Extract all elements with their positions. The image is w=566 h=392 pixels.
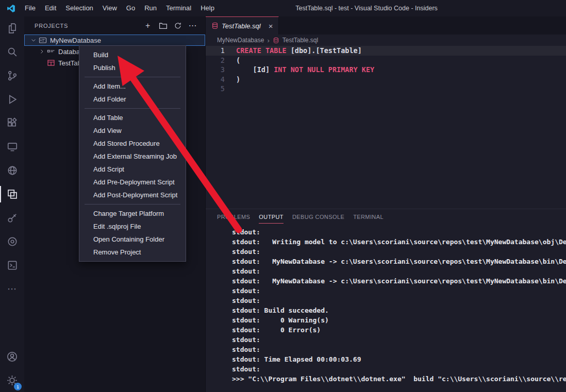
code-text xyxy=(233,84,236,94)
output-line: stdout: xyxy=(232,345,566,354)
code-line[interactable]: 1CREATE TABLE [dbo].[TestTable] xyxy=(206,46,566,56)
output-line: stdout: 0 Error(s) xyxy=(232,325,566,335)
explorer-icon xyxy=(7,23,18,34)
context-menu-item-remove-project[interactable]: Remove Project xyxy=(79,246,186,259)
database-projects-icon xyxy=(7,189,18,200)
tree-item-mynewdatabase[interactable]: MyNewDatabase xyxy=(24,35,205,46)
references-icon xyxy=(47,47,55,56)
table-icon xyxy=(47,59,55,67)
activity-item-server[interactable] xyxy=(0,253,24,277)
context-menu-item-change-target-platform[interactable]: Change Target Platform xyxy=(79,207,186,220)
activity-item-explorer[interactable] xyxy=(0,16,24,40)
context-menu-item-edit-sqlproj-file[interactable]: Edit .sqlproj File xyxy=(79,220,186,233)
breadcrumb[interactable]: MyNewDatabase › TestTable.sql xyxy=(206,35,566,46)
activity-item-settings[interactable]: 1 xyxy=(0,368,24,392)
line-number: 3 xyxy=(206,65,233,75)
activity-item-connections[interactable] xyxy=(0,206,24,230)
context-menu-item-add-post-deployment-script[interactable]: Add Post-Deployment Script xyxy=(79,189,186,201)
output-line: stdout: xyxy=(232,296,566,305)
vscode-logo-icon xyxy=(7,4,15,13)
activity-bar-spacer xyxy=(0,301,24,345)
activity-item-sql-tools[interactable] xyxy=(0,230,24,253)
output-line: >>> "C:\\Program Files\\dotnet\\dotnet.e… xyxy=(232,374,566,384)
output-line: stdout: xyxy=(232,335,566,345)
activity-item-web[interactable] xyxy=(0,159,24,182)
bottom-panel: PROBLEMSOUTPUTDEBUG CONSOLETERMINAL stdo… xyxy=(206,209,566,392)
activity-bar: ⋯ 1 xyxy=(0,16,24,392)
source-control-icon xyxy=(7,70,18,81)
context-menu-item-add-script[interactable]: Add Script xyxy=(79,163,186,176)
activity-item-database-projects[interactable] xyxy=(0,182,24,206)
code-area[interactable]: 1CREATE TABLE [dbo].[TestTable]2(3 [Id] … xyxy=(206,46,566,94)
menu-bar: FileEditSelectionViewGoRunTerminalHelp xyxy=(20,0,219,16)
activity-item-remote-explorer[interactable] xyxy=(0,135,24,159)
tab-label: TestTable.sql xyxy=(222,22,261,30)
settings-badge: 1 xyxy=(14,383,22,390)
activity-item-more[interactable]: ⋯ xyxy=(0,277,24,301)
more-actions-icon[interactable]: ⋯ xyxy=(188,21,198,31)
line-number: 4 xyxy=(206,75,233,84)
menubar-item-terminal[interactable]: Terminal xyxy=(161,4,196,12)
activity-item-source-control[interactable] xyxy=(0,64,24,88)
menubar-item-file[interactable]: File xyxy=(20,4,40,12)
context-menu-item-add-stored-procedure[interactable]: Add Stored Procedure xyxy=(79,137,186,150)
menubar-item-help[interactable]: Help xyxy=(196,4,219,12)
output-line: stdout: Build succeeded. xyxy=(232,305,566,315)
output-line: stdout: Writing model to c:\Users\scoria… xyxy=(232,237,566,247)
menubar-item-run[interactable]: Run xyxy=(140,4,161,12)
refresh-icon[interactable] xyxy=(173,21,183,31)
extensions-icon xyxy=(7,117,18,129)
context-menu-separator xyxy=(85,108,180,109)
context-menu-item-add-item[interactable]: Add Item... xyxy=(79,80,186,93)
menubar-item-edit[interactable]: Edit xyxy=(40,4,61,12)
output-line: stdout: 0 Warning(s) xyxy=(232,315,566,325)
context-menu-item-publish[interactable]: Publish xyxy=(79,61,186,74)
code-line[interactable]: 3 [Id] INT NOT NULL PRIMARY KEY xyxy=(206,65,566,75)
open-project-folder-icon[interactable] xyxy=(158,21,168,31)
panel-tab-debug-console[interactable]: DEBUG CONSOLE xyxy=(292,211,344,224)
output-line: stdout: xyxy=(232,286,566,296)
context-menu-item-build[interactable]: Build xyxy=(79,48,186,61)
chevron-right-icon xyxy=(38,48,46,55)
context-menu: BuildPublishAdd Item...Add FolderAdd Tab… xyxy=(79,45,186,262)
code-text: ( xyxy=(233,56,240,65)
sidebar-title: PROJECTS xyxy=(35,23,143,29)
code-line[interactable]: 5 xyxy=(206,84,566,94)
breadcrumb-project[interactable]: MyNewDatabase xyxy=(217,37,264,44)
context-menu-item-add-view[interactable]: Add View xyxy=(79,124,186,137)
code-line[interactable]: 4) xyxy=(206,75,566,84)
title-bar: FileEditSelectionViewGoRunTerminalHelp T… xyxy=(0,0,566,16)
database-project-icon xyxy=(39,36,47,44)
breadcrumb-file[interactable]: TestTable.sql xyxy=(282,37,318,44)
output-line: stdout: MyNewDatabase -> c:\Users\scoria… xyxy=(232,276,566,286)
activity-item-accounts[interactable] xyxy=(0,345,24,368)
context-menu-item-add-table[interactable]: Add Table xyxy=(79,111,186,124)
context-menu-separator xyxy=(85,204,180,204)
code-line[interactable]: 2( xyxy=(206,56,566,65)
context-menu-item-add-folder[interactable]: Add Folder xyxy=(79,93,186,106)
output-content[interactable]: stdout:stdout: Writing model to c:\Users… xyxy=(206,224,566,392)
panel-tab-problems[interactable]: PROBLEMS xyxy=(217,211,250,224)
vscode-window: FileEditSelectionViewGoRunTerminalHelp T… xyxy=(0,0,566,392)
menubar-item-selection[interactable]: Selection xyxy=(61,4,97,12)
code-text: CREATE TABLE [dbo].[TestTable] xyxy=(233,46,362,56)
context-menu-item-add-external-streaming-job[interactable]: Add External Streaming Job xyxy=(79,150,186,163)
activity-item-run-and-debug[interactable] xyxy=(0,88,24,111)
sql-file-icon xyxy=(273,37,279,44)
context-menu-item-open-containing-folder[interactable]: Open Containing Folder xyxy=(79,233,186,246)
close-icon[interactable]: × xyxy=(269,22,273,30)
context-menu-item-add-pre-deployment-script[interactable]: Add Pre-Deployment Script xyxy=(79,176,186,189)
add-project-icon[interactable]: + xyxy=(143,21,153,31)
sql-file-icon xyxy=(211,22,219,29)
sidebar-header: PROJECTS + ⋯ xyxy=(24,16,205,35)
panel-tab-output[interactable]: OUTPUT xyxy=(259,211,284,224)
menubar-item-go[interactable]: Go xyxy=(122,4,140,12)
globe-icon xyxy=(7,165,18,176)
menubar-item-view[interactable]: View xyxy=(98,4,122,12)
tab-testtable-sql[interactable]: TestTable.sql × xyxy=(206,16,279,35)
output-line: stdout: xyxy=(232,247,566,257)
server-console-icon xyxy=(7,260,18,271)
panel-tab-terminal[interactable]: TERMINAL xyxy=(353,211,384,224)
activity-item-search[interactable] xyxy=(0,40,24,64)
activity-item-extensions[interactable] xyxy=(0,111,24,135)
